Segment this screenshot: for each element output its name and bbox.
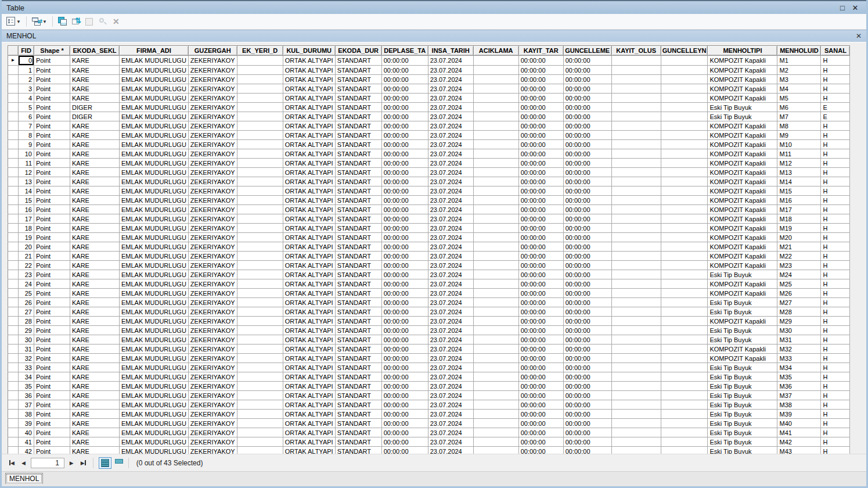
table-cell[interactable]: ZEKERIYAKOY	[188, 270, 237, 279]
table-cell[interactable]: ORTAK ALTYAPI	[283, 391, 335, 400]
table-cell[interactable]: 00:00:00	[381, 428, 428, 437]
table-cell[interactable]: Point	[34, 177, 70, 186]
table-cell[interactable]: Point	[34, 140, 70, 149]
table-cell[interactable]: ORTAK ALTYAPI	[283, 205, 335, 214]
table-cell[interactable]	[237, 205, 283, 214]
table-cell[interactable]: Point	[34, 279, 70, 289]
table-cell[interactable]: EMLAK MUDURLUGU	[120, 233, 189, 242]
table-cell[interactable]: ORTAK ALTYAPI	[283, 289, 335, 298]
table-cell[interactable]: STANDART	[335, 400, 381, 410]
table-cell[interactable]: Point	[34, 270, 70, 279]
table-cell[interactable]	[661, 149, 708, 159]
column-header[interactable]: GUZERGAH	[188, 46, 237, 56]
table-cell[interactable]: Eski Tip Buyuk	[708, 428, 777, 437]
table-cell[interactable]: M2	[777, 66, 821, 75]
table-cell[interactable]: M10	[777, 140, 821, 149]
table-cell[interactable]: H	[821, 84, 850, 94]
table-cell[interactable]: 00:00:00	[563, 103, 611, 112]
table-cell[interactable]: 00:00:00	[518, 214, 563, 224]
table-cell[interactable]: EMLAK MUDURLUGU	[120, 121, 189, 131]
table-cell[interactable]	[661, 363, 708, 372]
table-cell[interactable]	[661, 103, 708, 112]
table-cell[interactable]	[473, 437, 518, 447]
table-cell[interactable]: H	[821, 326, 850, 335]
table-cell[interactable]: 23.07.2024	[428, 298, 473, 307]
row-selector[interactable]	[8, 149, 19, 159]
row-selector[interactable]	[8, 410, 19, 419]
table-cell[interactable]: ORTAK ALTYAPI	[283, 307, 335, 317]
table-cell[interactable]	[237, 56, 283, 66]
table-cell[interactable]	[661, 196, 708, 205]
table-cell[interactable]	[661, 391, 708, 400]
table-cell[interactable]: 23.07.2024	[428, 103, 473, 112]
table-cell[interactable]: ORTAK ALTYAPI	[283, 168, 335, 177]
table-cell[interactable]	[611, 121, 661, 131]
maximize-icon[interactable]: □	[836, 3, 849, 12]
table-cell[interactable]: 23.07.2024	[428, 279, 473, 289]
table-cell[interactable]	[237, 121, 283, 131]
table-cell[interactable]: EMLAK MUDURLUGU	[120, 437, 189, 447]
table-cell[interactable]: 00:00:00	[563, 345, 611, 354]
table-cell[interactable]: 00:00:00	[518, 159, 563, 168]
table-cell[interactable]: H	[821, 437, 850, 447]
table-cell[interactable]: Eski Tip Buyuk	[708, 372, 777, 382]
table-cell[interactable]: KARE	[70, 307, 120, 317]
table-cell[interactable]: M15	[777, 186, 821, 196]
table-cell[interactable]: EMLAK MUDURLUGU	[120, 66, 189, 75]
table-cell[interactable]	[661, 94, 708, 103]
table-cell[interactable]: ORTAK ALTYAPI	[283, 279, 335, 289]
table-cell[interactable]	[237, 345, 283, 354]
table-cell[interactable]: Eski Tip Buyuk	[708, 391, 777, 400]
table-cell[interactable]: 16	[19, 205, 34, 214]
table-cell[interactable]: M14	[777, 177, 821, 186]
table-cell[interactable]: KARE	[70, 279, 120, 289]
table-cell[interactable]	[661, 66, 708, 75]
table-cell[interactable]	[473, 391, 518, 400]
table-cell[interactable]: 23.07.2024	[428, 363, 473, 372]
table-cell[interactable]: H	[821, 66, 850, 75]
table-cell[interactable]	[661, 168, 708, 177]
table-cell[interactable]: EMLAK MUDURLUGU	[120, 84, 189, 94]
table-cell[interactable]: 13	[19, 177, 34, 186]
table-cell[interactable]: 00:00:00	[563, 205, 611, 214]
table-cell[interactable]: Point	[34, 391, 70, 400]
table-cell[interactable]	[237, 391, 283, 400]
table-cell[interactable]: 00:00:00	[381, 382, 428, 391]
table-cell[interactable]: ORTAK ALTYAPI	[283, 317, 335, 326]
table-cell[interactable]: EMLAK MUDURLUGU	[120, 447, 189, 454]
table-cell[interactable]: KARE	[70, 140, 120, 149]
table-cell[interactable]: EMLAK MUDURLUGU	[120, 186, 189, 196]
table-cell[interactable]: KARE	[70, 345, 120, 354]
table-cell[interactable]: Eski Tip Buyuk	[708, 410, 777, 419]
table-cell[interactable]	[473, 66, 518, 75]
table-cell[interactable]: 00:00:00	[381, 75, 428, 84]
table-cell[interactable]: EMLAK MUDURLUGU	[120, 140, 189, 149]
table-cell[interactable]: STANDART	[335, 75, 381, 84]
table-cell[interactable]: 00:00:00	[518, 66, 563, 75]
table-cell[interactable]: EMLAK MUDURLUGU	[120, 317, 189, 326]
table-cell[interactable]	[237, 186, 283, 196]
table-cell[interactable]: STANDART	[335, 94, 381, 103]
row-selector[interactable]	[8, 317, 19, 326]
table-cell[interactable]: EMLAK MUDURLUGU	[120, 363, 189, 372]
column-header[interactable]: KUL_DURUMU	[283, 46, 335, 56]
row-selector[interactable]	[8, 186, 19, 196]
table-cell[interactable]: 00:00:00	[518, 400, 563, 410]
table-cell[interactable]: M32	[777, 345, 821, 354]
table-cell[interactable]: Point	[34, 56, 70, 66]
row-selector[interactable]	[8, 159, 19, 168]
table-cell[interactable]: ORTAK ALTYAPI	[283, 224, 335, 233]
table-cell[interactable]: Point	[34, 419, 70, 428]
table-cell[interactable]	[611, 242, 661, 252]
table-cell[interactable]: STANDART	[335, 66, 381, 75]
table-cell[interactable]: KARE	[70, 410, 120, 419]
table-cell[interactable]: EMLAK MUDURLUGU	[120, 391, 189, 400]
table-cell[interactable]: ZEKERIYAKOY	[188, 289, 237, 298]
table-cell[interactable]: 00:00:00	[381, 400, 428, 410]
table-cell[interactable]: KARE	[70, 270, 120, 279]
table-cell[interactable]: 00:00:00	[563, 121, 611, 131]
table-cell[interactable]: H	[821, 205, 850, 214]
table-cell[interactable]: 00:00:00	[381, 214, 428, 224]
table-cell[interactable]	[611, 149, 661, 159]
table-cell[interactable]: KARE	[70, 159, 120, 168]
